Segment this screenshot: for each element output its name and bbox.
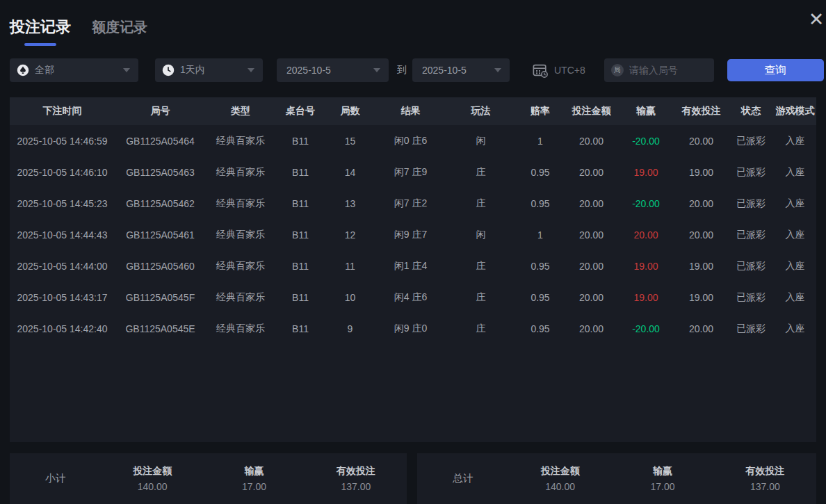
table-cell-bet-time: 2025-10-05 14:45:23 <box>10 198 115 209</box>
table-cell-play-type: 闲 <box>446 135 515 147</box>
column-header-round-num: 局数 <box>325 105 375 117</box>
table-cell-result: 闲9 庄7 <box>375 229 446 241</box>
table-cell-play-type: 庄 <box>446 166 515 179</box>
table-cell-result: 闲9 庄0 <box>375 323 446 335</box>
table-header-row: 下注时间局号类型桌台号局数结果玩法赔率投注金额输赢有效投注状态游戏模式 <box>10 97 816 125</box>
column-header-game-type: 类型 <box>206 105 275 117</box>
calendar-clock-icon <box>532 63 549 78</box>
column-header-odds: 赔率 <box>515 105 565 117</box>
table-cell-odds: 1 <box>515 136 565 147</box>
table-cell-table-no: B11 <box>275 167 325 178</box>
tab-quota-records[interactable]: 额度记录 <box>92 18 147 45</box>
column-header-result: 结果 <box>375 105 446 117</box>
table-cell-game-type: 经典百家乐 <box>206 197 275 210</box>
game-type-value: 全部 <box>35 64 54 76</box>
stat-value: 140.00 <box>102 481 203 492</box>
table-cell-valid-bet: 19.00 <box>674 292 728 303</box>
column-header-table-no: 桌台号 <box>275 105 325 117</box>
chevron-down-icon <box>494 68 501 72</box>
total-bet-amount: 投注金额 140.00 <box>509 465 611 492</box>
subtotal-card: 小计 投注金额 140.00 输赢 17.00 有效投注 137.00 <box>10 453 407 504</box>
table-cell-game-mode: 入座 <box>774 229 816 241</box>
table-cell-table-no: B11 <box>275 292 325 303</box>
table-cell-bet-amount: 20.00 <box>565 323 617 334</box>
table-cell-round-id: GB1125A05460 <box>115 261 206 272</box>
table-cell-status: 已派彩 <box>728 135 774 147</box>
table-cell-result: 闲7 庄2 <box>375 197 446 210</box>
table-cell-game-mode: 入座 <box>774 260 816 273</box>
subtotal-bet-amount: 投注金额 140.00 <box>102 465 203 492</box>
table-cell-bet-time: 2025-10-05 14:46:59 <box>10 136 115 147</box>
table-cell-bet-amount: 20.00 <box>565 292 617 303</box>
table-row: 2025-10-05 14:44:00GB1125A05460经典百家乐B111… <box>10 250 816 282</box>
table-cell-result: 闲7 庄9 <box>375 166 446 179</box>
timezone-indicator: UTC+8 <box>532 63 585 78</box>
table-cell-table-no: B11 <box>275 261 325 272</box>
table-cell-win-loss: 19.00 <box>617 292 674 303</box>
clock-icon <box>162 64 175 76</box>
total-label: 总计 <box>417 472 509 485</box>
table-cell-round-num: 11 <box>325 261 375 272</box>
table-cell-round-num: 10 <box>325 292 375 303</box>
table-cell-game-mode: 入座 <box>774 166 816 179</box>
time-range-dropdown[interactable]: 1天内 <box>155 58 263 82</box>
table-cell-play-type: 庄 <box>446 260 515 273</box>
table-cell-status: 已派彩 <box>728 323 774 335</box>
table-cell-table-no: B11 <box>275 198 325 209</box>
subtotal-win-loss: 输赢 17.00 <box>203 465 305 492</box>
stat-label: 投注金额 <box>102 465 203 478</box>
table-cell-valid-bet: 20.00 <box>674 229 728 241</box>
table-cell-valid-bet: 19.00 <box>674 167 728 178</box>
table-cell-game-type: 经典百家乐 <box>206 135 275 147</box>
table-cell-valid-bet: 20.00 <box>674 198 728 209</box>
column-header-round-id: 局号 <box>115 105 206 117</box>
table-cell-status: 已派彩 <box>728 229 774 241</box>
query-button[interactable]: 查询 <box>727 59 824 81</box>
column-header-play-type: 玩法 <box>446 105 515 117</box>
timezone-value: UTC+8 <box>554 65 585 76</box>
close-icon[interactable]: ✕ <box>802 6 826 33</box>
round-number-input[interactable] <box>629 65 706 76</box>
table-cell-bet-time: 2025-10-05 14:44:00 <box>10 261 115 272</box>
column-header-win-loss: 输赢 <box>617 105 674 117</box>
table-cell-win-loss: -20.00 <box>617 323 674 334</box>
date-from-value: 2025-10-5 <box>286 65 331 76</box>
tab-bar: 投注记录 额度记录 <box>10 17 147 46</box>
table-row: 2025-10-05 14:45:23GB1125A05462经典百家乐B111… <box>10 188 816 219</box>
table-cell-win-loss: 20.00 <box>617 229 674 241</box>
table-cell-round-num: 14 <box>325 167 375 178</box>
table-cell-game-type: 经典百家乐 <box>206 166 275 179</box>
date-to-picker[interactable]: 2025-10-5 <box>412 58 510 82</box>
table-cell-status: 已派彩 <box>728 197 774 210</box>
table-cell-result: 闲1 庄4 <box>375 260 446 273</box>
tab-bet-records[interactable]: 投注记录 <box>10 17 71 46</box>
table-cell-round-num: 15 <box>325 136 375 147</box>
table-cell-game-type: 经典百家乐 <box>206 291 275 304</box>
table-cell-bet-amount: 20.00 <box>565 136 617 147</box>
total-card: 总计 投注金额 140.00 输赢 17.00 有效投注 137.00 <box>417 453 816 504</box>
table-cell-status: 已派彩 <box>728 291 774 304</box>
game-type-dropdown[interactable]: 全部 <box>10 58 138 82</box>
date-from-picker[interactable]: 2025-10-5 <box>277 58 389 82</box>
table-cell-bet-amount: 20.00 <box>565 261 617 272</box>
table-row: 2025-10-05 14:46:59GB1125A05464经典百家乐B111… <box>10 125 816 156</box>
chevron-down-icon <box>123 68 130 72</box>
table-cell-table-no: B11 <box>275 136 325 147</box>
round-icon: 局 <box>611 64 624 76</box>
table-cell-round-id: GB1125A0545E <box>115 323 206 334</box>
table-cell-table-no: B11 <box>275 229 325 241</box>
table-cell-valid-bet: 19.00 <box>674 261 728 272</box>
chevron-down-icon <box>373 68 380 72</box>
table-cell-bet-time: 2025-10-05 14:42:40 <box>10 323 115 334</box>
table-cell-round-num: 9 <box>325 323 375 334</box>
round-number-field[interactable]: 局 <box>604 58 714 82</box>
column-header-valid-bet: 有效投注 <box>674 105 728 117</box>
table-cell-play-type: 庄 <box>446 323 515 335</box>
table-cell-bet-amount: 20.00 <box>565 229 617 241</box>
column-header-status: 状态 <box>728 105 774 117</box>
table-cell-odds: 1 <box>515 229 565 241</box>
table-cell-valid-bet: 20.00 <box>674 136 728 147</box>
table-cell-table-no: B11 <box>275 323 325 334</box>
stat-label: 投注金额 <box>509 465 611 478</box>
table-row: 2025-10-05 14:43:17GB1125A0545F经典百家乐B111… <box>10 282 816 313</box>
